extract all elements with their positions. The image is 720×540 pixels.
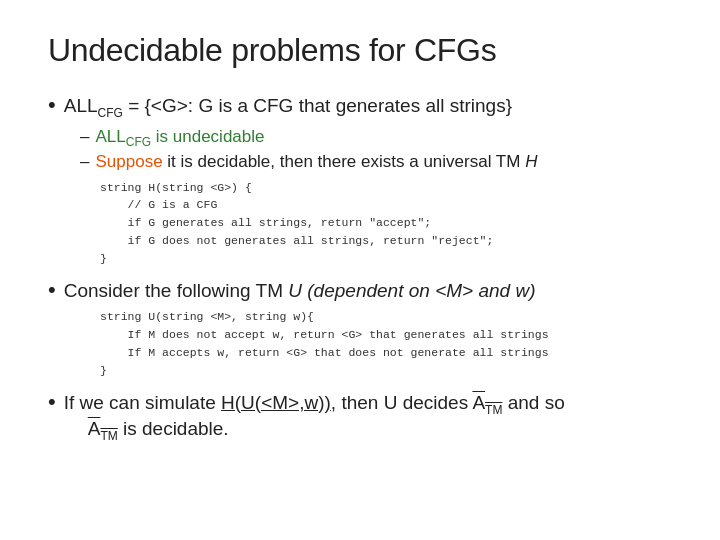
subscript-cfg-green: CFG [126,135,151,149]
subscript-cfg1: CFG [98,106,123,120]
bullet-text-3: If we can simulate H(U(<M>,w)), then U d… [64,390,565,443]
atm-overline: ATM [472,392,502,413]
sub-text-1b: Suppose it is decidable, then there exis… [95,149,537,175]
slide-title: Undecidable problems for CFGs [48,32,672,69]
bullet-main-3: • If we can simulate H(U(<M>,w)), then U… [48,390,672,443]
u-dependent-text: U (dependent on <M> and w) [288,280,535,301]
bullet-item-3: • If we can simulate H(U(<M>,w)), then U… [48,390,672,443]
dash-1b: – [80,149,89,175]
huw-text: H(U(<M>,w)) [221,392,331,413]
sub-bullets-1: – ALLCFG is undecidable – Suppose it is … [48,124,672,175]
subscript-tm1: TM [485,402,502,416]
sub-text-1a: ALLCFG is undecidable [95,124,264,150]
sub-bullet-1b: – Suppose it is decidable, then there ex… [80,149,672,175]
bullet-item-2: • Consider the following TM U (dependent… [48,278,672,380]
atm-overline-2: ATM [88,418,118,439]
subscript-tm2: TM [100,429,117,443]
bullet-text-1: ALLCFG = {<G>: G is a CFG that generates… [64,93,512,120]
bullet-main-1: • ALLCFG = {<G>: G is a CFG that generat… [48,93,672,120]
bullet-dot-1: • [48,94,56,116]
all-cfg-green: ALLCFG is undecidable [95,127,264,146]
bullet-text-2: Consider the following TM U (dependent o… [64,278,536,305]
bullet-dot-3: • [48,391,56,413]
code-block-2: string U(string <M>, string w){ If M doe… [48,308,672,379]
bullet-dot-2: • [48,279,56,301]
slide: Undecidable problems for CFGs • ALLCFG =… [0,0,720,540]
dash-1a: – [80,124,89,150]
code-block-1: string H(string <G>) { // G is a CFG if … [48,179,672,268]
bullet-main-2: • Consider the following TM U (dependent… [48,278,672,305]
second-line: ATM is decidable. [64,418,229,439]
u-var: U [384,392,398,413]
bullet-item-1: • ALLCFG = {<G>: G is a CFG that generat… [48,93,672,268]
bullet1-text: = {<G>: G is a CFG that generates all st… [128,95,512,116]
sub-bullet-1a: – ALLCFG is undecidable [80,124,672,150]
h-var: H [525,152,537,171]
suppose-text: Suppose [95,152,162,171]
bullet-list: • ALLCFG = {<G>: G is a CFG that generat… [48,93,672,443]
